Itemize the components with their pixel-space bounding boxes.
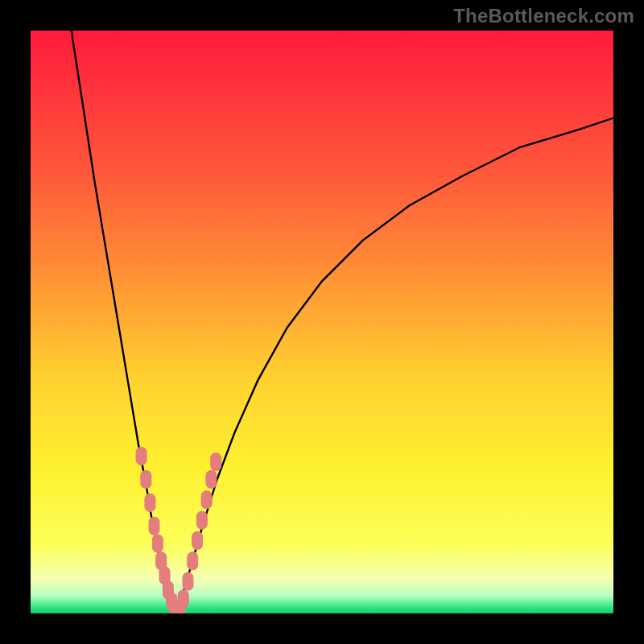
marker	[178, 590, 188, 608]
marker	[192, 532, 203, 550]
curve-path	[177, 118, 613, 611]
marker	[201, 491, 212, 509]
marker	[152, 535, 163, 552]
scatter-markers	[136, 448, 221, 613]
marker	[211, 453, 221, 471]
curve-right	[177, 118, 613, 611]
chart-svg	[31, 31, 613, 613]
marker	[183, 572, 193, 590]
marker	[188, 552, 198, 570]
marker	[149, 517, 159, 535]
marker	[141, 470, 151, 488]
plot-area	[31, 31, 613, 613]
watermark-text: TheBottleneck.com	[453, 5, 634, 27]
marker	[145, 493, 155, 511]
marker	[136, 448, 147, 465]
marker	[206, 470, 217, 488]
chart-frame: TheBottleneck.com	[0, 0, 644, 644]
marker	[196, 511, 207, 529]
